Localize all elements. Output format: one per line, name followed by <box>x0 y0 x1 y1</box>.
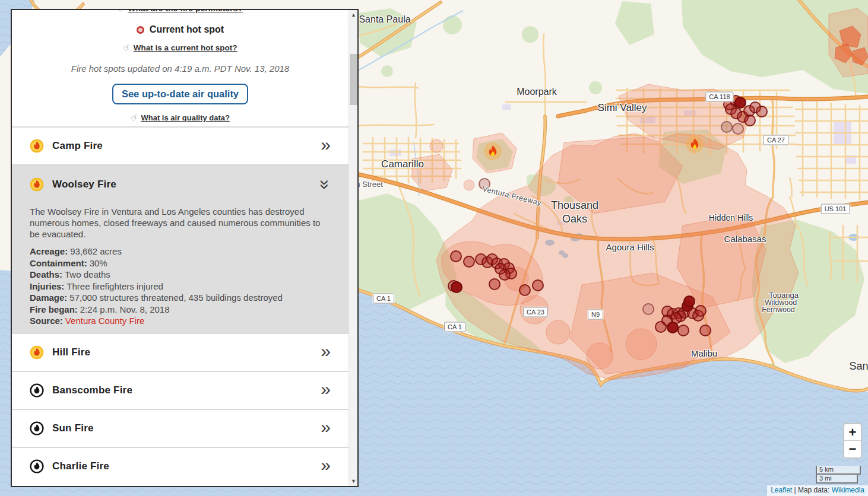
hotspot-marker <box>695 305 707 317</box>
leaflet-link[interactable]: Leaflet <box>771 486 792 494</box>
scroll-up-arrow[interactable]: ▲ <box>349 10 358 20</box>
road-shield: CA 23 <box>523 307 548 317</box>
zoom-in-button[interactable]: + <box>844 424 861 441</box>
map-attribution: Leaflet | Map data: Wikimedia <box>767 485 868 496</box>
hotspot-marker <box>450 250 462 262</box>
scale-control: 5 km 3 mi <box>816 466 861 484</box>
attribution-text: | Map data: <box>792 486 832 494</box>
fire-origin-marker[interactable] <box>483 142 502 163</box>
detail-fire-began: Fire began:2:24 p.m. Nov. 8, 2018 <box>30 304 331 316</box>
hotspot-marker <box>642 303 654 315</box>
road-shield: CA 118 <box>705 92 733 102</box>
map-label: Simi Valley <box>598 101 647 114</box>
hotspot-marker <box>655 321 667 333</box>
hotspot-ring-icon <box>137 26 144 34</box>
map-label: n Street <box>356 180 383 189</box>
hotspot-marker <box>489 278 500 290</box>
hotspot-help-link[interactable]: What is a current hot spot? <box>134 43 237 52</box>
scale-km: 5 km <box>816 466 861 475</box>
map-label: Thousand Oaks <box>551 199 598 225</box>
hotspot-marker <box>756 106 768 117</box>
fire-perimeters-link[interactable]: What are the fire perimeters? <box>128 10 243 13</box>
detail-deaths: Deaths:Two deaths <box>30 269 331 281</box>
map-label: Agoura Hills <box>606 242 654 253</box>
hotspot-marker <box>744 115 756 126</box>
flame-icon-dark <box>30 459 44 473</box>
flame-icon-dark <box>30 383 44 398</box>
fire-perimeters-link-row: ☞What are the fire perimeters? <box>12 10 349 15</box>
map-label: Sant <box>849 360 868 373</box>
hotspot-help-row: ☞What is a current hot spot? <box>12 42 349 53</box>
hotspot-marker <box>732 123 744 135</box>
fire-row-charlie[interactable]: Charlie Fire » <box>12 447 349 485</box>
detail-acreage: Acreage:93,662 acres <box>30 246 331 257</box>
air-quality-help-link[interactable]: What is air quality data? <box>141 113 230 122</box>
hotspot-marker <box>499 269 511 281</box>
map-label: Fernwood <box>762 306 795 315</box>
fire-row-sun[interactable]: Sun Fire » <box>12 409 349 447</box>
panel-content: ☞What are the fire perimeters? Current h… <box>12 10 349 486</box>
flame-icon <box>30 139 44 153</box>
fire-row-camp[interactable]: Camp Fire » <box>12 126 349 164</box>
fire-details-woolsey: The Woolsey Fire in Ventura and Los Ange… <box>12 204 349 333</box>
map-label: Malibu <box>691 348 717 360</box>
fire-name: Sun Fire <box>52 422 94 434</box>
zoom-control: + − <box>843 423 862 459</box>
hotspot-marker <box>451 281 462 293</box>
hotspot-updated-note: Fire hot spots updated on 4:19 a.m. PDT … <box>12 63 349 74</box>
map-label: Calabasas <box>724 234 766 245</box>
fire-section-woolsey: Woolsey Fire » The Woolsey Fire in Ventu… <box>12 164 349 333</box>
flame-icon-dark <box>30 421 44 435</box>
source-link[interactable]: Ventura County Fire <box>65 316 144 326</box>
fire-row-hill[interactable]: Hill Fire » <box>12 333 349 371</box>
fire-row-woolsey[interactable]: Woolsey Fire » <box>12 166 349 204</box>
scroll-down-arrow[interactable]: ▼ <box>349 476 358 486</box>
road-shield: US 101 <box>821 204 850 214</box>
panel-scrollbar: ▲ ▼ <box>349 10 357 486</box>
air-quality-help-row: ☞What is air quality data? <box>12 112 349 123</box>
detail-containment: Containment:30% <box>30 257 331 269</box>
scrollbar-thumb[interactable] <box>350 54 357 105</box>
hotspot-marker <box>721 121 733 133</box>
hotspot-marker <box>683 295 695 307</box>
detail-injuries: Injuries:Three firefighters injured <box>30 281 331 292</box>
hotspot-marker <box>519 284 531 296</box>
flame-map-icon <box>483 142 502 161</box>
fire-name: Banscombe Fire <box>52 384 132 396</box>
pointer-hand-icon: ☞ <box>115 10 128 15</box>
fire-name: Camp Fire <box>52 140 103 152</box>
air-quality-button[interactable]: See up-to-date air quality <box>112 84 248 104</box>
hotspot-marker <box>463 256 475 268</box>
map-label: Hidden Hills <box>709 213 753 224</box>
map-label: Moorpark <box>517 86 557 98</box>
detail-damage: Damage:57,000 structures threatened, 435… <box>30 292 331 304</box>
app-window: Santa PaulaMoorparkSimi ValleyCamarilloT… <box>0 0 868 496</box>
wikimedia-link[interactable]: Wikimedia <box>832 486 864 494</box>
fire-name: Charlie Fire <box>52 460 109 472</box>
map-label: Camarillo <box>381 158 424 170</box>
hotspot-marker <box>670 312 682 324</box>
fire-row-banscombe[interactable]: Banscombe Fire » <box>12 371 349 409</box>
map-label: Santa Paula <box>359 14 410 26</box>
fire-description: The Woolsey Fire in Ventura and Los Ange… <box>30 206 331 240</box>
fire-origin-marker[interactable] <box>685 135 704 156</box>
flame-icon <box>30 177 44 192</box>
fire-name: Hill Fire <box>52 346 90 358</box>
road-shield: N9 <box>588 310 603 320</box>
road-shield: CA 1 <box>373 294 394 304</box>
zoom-out-button[interactable]: − <box>844 441 861 457</box>
scale-mi: 3 mi <box>816 475 858 484</box>
road-shield: CA 27 <box>764 135 788 145</box>
road-shield: CA 1 <box>444 322 465 332</box>
hotspot-legend-row: Current hot spot <box>12 23 349 36</box>
hotspot-legend-label: Current hot spot <box>150 24 224 35</box>
fire-name: Woolsey Fire <box>52 179 116 190</box>
detail-source: Source:Ventura County Fire <box>30 315 331 327</box>
flame-icon <box>30 345 44 360</box>
fire-info-panel: ☞What are the fire perimeters? Current h… <box>11 9 359 487</box>
pointer-hand-icon: ☞ <box>121 41 133 54</box>
hotspot-marker <box>677 325 689 336</box>
legend-block: ☞What are the fire perimeters? Current h… <box>12 10 349 123</box>
hotspot-marker <box>699 325 711 336</box>
air-quality-button-row: See up-to-date air quality <box>12 84 349 104</box>
